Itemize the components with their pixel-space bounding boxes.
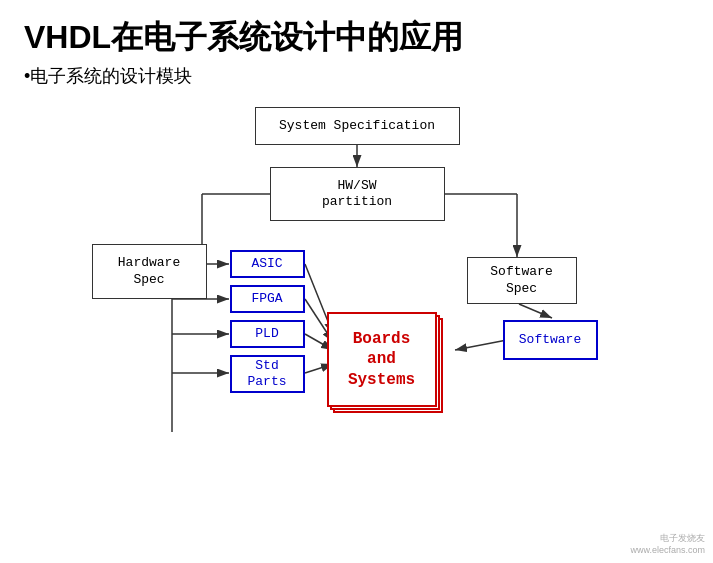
subtitle: •电子系统的设计模块 [24, 64, 689, 88]
diagram-area: System Specification HW/SW partition Har… [27, 102, 687, 472]
software-spec-box: Software Spec [467, 257, 577, 304]
svg-line-18 [519, 304, 552, 318]
main-title: VHDL在电子系统设计中的应用 [24, 18, 689, 56]
fpga-box: FPGA [230, 285, 305, 313]
software-box: Software [503, 320, 598, 360]
svg-line-17 [455, 340, 507, 350]
asic-box: ASIC [230, 250, 305, 278]
boards-card-front: Boards and Systems [327, 312, 437, 407]
system-spec-box: System Specification [255, 107, 460, 145]
watermark-line1: 电子发烧友 [630, 532, 705, 545]
hardware-spec-box: Hardware Spec [92, 244, 207, 299]
std-parts-box: Std Parts [230, 355, 305, 393]
slide: VHDL在电子系统设计中的应用 •电子系统的设计模块 [0, 0, 713, 563]
watermark: 电子发烧友 www.elecfans.com [630, 532, 705, 555]
pld-box: PLD [230, 320, 305, 348]
hw-sw-partition-box: HW/SW partition [270, 167, 445, 221]
watermark-line2: www.elecfans.com [630, 545, 705, 555]
